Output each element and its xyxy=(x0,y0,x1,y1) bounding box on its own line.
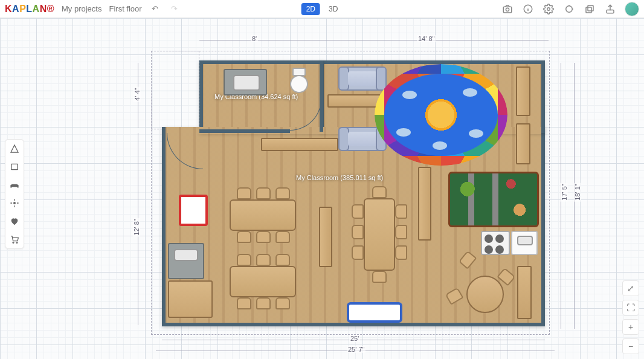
svg-rect-11 xyxy=(18,185,19,188)
corner-controls: ⤢ ⛶ + − xyxy=(622,280,639,354)
chair[interactable] xyxy=(275,254,290,266)
table-3[interactable] xyxy=(364,198,395,271)
mode-2d-button[interactable]: 2D xyxy=(301,3,320,15)
chair[interactable] xyxy=(237,254,251,266)
decor-tool-icon[interactable] xyxy=(5,194,24,212)
measure-icon[interactable] xyxy=(563,3,575,15)
shelf-center-3[interactable] xyxy=(418,167,431,241)
floor-plan[interactable]: 8' 14' 8" 4' 4" 12' 8" 17' 5" 18' 1" 25'… xyxy=(109,36,592,359)
zoom-in-button[interactable]: + xyxy=(622,319,639,335)
play-rug[interactable] xyxy=(448,172,539,227)
breadcrumb-floor[interactable]: First floor xyxy=(109,4,141,13)
guide-inset xyxy=(151,51,199,129)
svg-point-1 xyxy=(506,8,509,11)
cart-tool-icon[interactable] xyxy=(5,230,24,248)
topbar: KAPLAN® My projects First floor ↶ ↷ 2D 3… xyxy=(0,0,644,18)
chair[interactable] xyxy=(352,204,364,219)
info-icon[interactable] xyxy=(522,3,534,15)
shelf-right-2[interactable] xyxy=(516,123,530,164)
chair[interactable] xyxy=(352,245,364,260)
shelf-right-1[interactable] xyxy=(516,66,530,116)
zoom-out-button[interactable]: − xyxy=(622,338,639,354)
user-avatar[interactable] xyxy=(625,2,639,16)
chair[interactable] xyxy=(256,187,271,199)
chair[interactable] xyxy=(395,245,407,260)
shelf-upper[interactable] xyxy=(327,94,381,108)
canvas[interactable]: ⤢ ⛶ + − 8' 14' 8" 4' 4" 12' 8" 17' 5" 18… xyxy=(0,18,644,359)
layers-icon[interactable] xyxy=(584,3,596,15)
dim-top-right-label: 14' 8" xyxy=(417,35,436,42)
svg-rect-7 xyxy=(607,10,614,13)
shelf-center-1[interactable] xyxy=(261,138,338,151)
round-table[interactable] xyxy=(466,276,504,313)
chair[interactable] xyxy=(256,254,271,266)
dim-right-outer-label: 18' 1" xyxy=(574,183,581,201)
alphabet-rug[interactable] xyxy=(375,64,507,166)
bathroom-vanity[interactable] xyxy=(224,69,267,95)
favorites-tool-icon[interactable] xyxy=(5,212,24,230)
chair[interactable] xyxy=(256,297,271,309)
kitchen-counter[interactable] xyxy=(168,243,204,279)
svg-rect-5 xyxy=(588,5,593,11)
svg-rect-6 xyxy=(586,7,591,13)
chair[interactable] xyxy=(395,225,407,239)
shelf-center-2[interactable] xyxy=(319,207,332,267)
camera-icon[interactable] xyxy=(501,3,514,15)
dim-left-lower-label: 12' 8" xyxy=(133,218,140,236)
chair[interactable] xyxy=(237,231,251,243)
table-2[interactable] xyxy=(230,266,296,297)
structure-tool-icon[interactable] xyxy=(5,158,24,176)
crib[interactable] xyxy=(347,302,402,323)
table-1[interactable] xyxy=(230,199,296,231)
my-projects-link[interactable]: My projects xyxy=(62,4,101,13)
chair[interactable] xyxy=(275,231,290,243)
svg-point-12 xyxy=(13,202,16,204)
bathroom-bottom-wall xyxy=(199,129,290,133)
chair[interactable] xyxy=(352,225,364,239)
redo-button[interactable]: ↷ xyxy=(169,3,181,15)
easel[interactable] xyxy=(179,195,208,226)
chair[interactable] xyxy=(395,204,407,219)
shelf-bottom-right[interactable] xyxy=(517,266,532,319)
play-kitchen[interactable] xyxy=(481,231,510,255)
undo-button[interactable]: ↶ xyxy=(149,3,161,15)
svg-point-13 xyxy=(13,242,14,243)
popout-button[interactable]: ⤢ xyxy=(622,280,639,296)
dim-top-left xyxy=(199,40,320,40)
chair[interactable] xyxy=(237,297,251,309)
cabinet-lower-left[interactable] xyxy=(168,280,213,318)
dim-right-inner-label: 17' 5" xyxy=(561,183,568,201)
chair[interactable] xyxy=(275,187,290,199)
dim-bottom-inner-label: 25' xyxy=(349,335,360,342)
furniture-tool-icon[interactable] xyxy=(5,176,24,194)
settings-icon[interactable] xyxy=(543,3,555,15)
svg-point-14 xyxy=(16,242,18,243)
share-icon[interactable] xyxy=(604,3,616,15)
svg-point-4 xyxy=(566,5,573,12)
build-tool-icon[interactable] xyxy=(5,140,24,158)
svg-rect-10 xyxy=(10,185,11,188)
expand-button[interactable]: ⛶ xyxy=(622,300,639,315)
mode-3d-button[interactable]: 3D xyxy=(324,3,343,15)
topbar-right xyxy=(501,2,639,16)
chair[interactable] xyxy=(256,231,271,243)
chair[interactable] xyxy=(372,186,387,198)
dim-left-upper-label: 4' 4" xyxy=(134,86,141,102)
dim-top-left-label: 8' xyxy=(251,35,258,42)
main-room-label: My Classroom (385.011 sq ft) xyxy=(296,174,383,181)
chair[interactable] xyxy=(275,297,290,309)
svg-rect-8 xyxy=(11,164,18,169)
logo: KAPLAN® xyxy=(5,4,54,15)
chair[interactable] xyxy=(372,271,387,283)
svg-rect-9 xyxy=(11,184,18,187)
dim-bottom-outer-label: 25' 7" xyxy=(347,346,365,353)
play-sink[interactable] xyxy=(511,231,538,255)
chair[interactable] xyxy=(237,187,251,199)
left-toolbar xyxy=(5,139,24,249)
view-mode-toggle: 2D 3D xyxy=(301,3,343,15)
toilet[interactable] xyxy=(290,68,308,93)
svg-point-3 xyxy=(547,7,550,10)
